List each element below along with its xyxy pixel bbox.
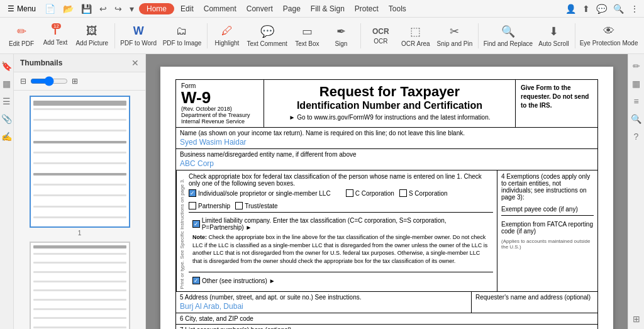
undo-btn[interactable]: ↩ [97,3,109,15]
bookmark-icon[interactable]: 🔖 [0,59,14,73]
list-right-icon[interactable]: ≡ [631,94,640,108]
menu-page[interactable]: Page [279,3,304,14]
menu-comment[interactable]: Comment [200,3,240,14]
edit-right-icon[interactable]: ✏ [631,59,642,73]
file-icon[interactable]: 📄 [42,3,58,15]
w9-note-title: Note: [192,234,207,240]
w9-give-form: Give Form to the requester. Do not send … [516,80,597,127]
sign-tool[interactable]: ✒ Sign [325,22,357,50]
w9-checkbox-other[interactable]: ✓ [192,277,200,284]
find-replace-icon: 🔍 [501,25,515,38]
menu-protect[interactable]: Protect [351,3,382,14]
w9-title-block: Request for Taxpayer Identification Numb… [264,80,516,127]
pages-right-icon[interactable]: ▦ [630,77,642,91]
text-box-tool[interactable]: ▭ Text Box [291,22,323,50]
attachment-icon[interactable]: 📎 [0,112,14,126]
ocr-area-tool[interactable]: ⬚ OCR Area [398,22,433,50]
zoom-right-icon[interactable]: 🔍 [629,112,643,126]
thumb-size-slider[interactable] [30,76,68,86]
w9-field5-row: 5 Address (number, street, and apt. or s… [176,292,597,313]
highlight-label: Highlight [214,40,239,47]
auto-scroll-tool[interactable]: ⬇ Auto Scroll [536,22,572,50]
w9-other-row: ✓ Other (see instructions) ► [189,272,493,289]
w9-field6-row: 6 City, state, and ZIP code [176,313,597,325]
ocr-label: OCR [374,38,387,45]
sign-icon: ✒ [336,25,346,38]
menu-convert[interactable]: Convert [243,3,277,14]
snip-pin-tool[interactable]: ✂ Snip and Pin [434,22,475,50]
grid-right-icon[interactable]: ⊞ [631,312,642,326]
account-icon[interactable]: 👤 [564,3,577,15]
pdf-to-word-tool[interactable]: W PDF to Word [118,22,159,49]
save-icon[interactable]: 💾 [79,3,94,15]
w9-field5-left: 5 Address (number, street, and apt. or s… [176,292,472,313]
w9-checkbox-scorp[interactable] [399,189,407,197]
snip-pin-icon: ✂ [450,25,459,38]
thumbnails-controls: ⊟ ⊞ [14,72,145,91]
menu-fillsign[interactable]: Fill & Sign [307,3,348,14]
share-icon[interactable]: ⬆ [581,3,591,15]
w9-checkbox-trust[interactable] [235,202,243,209]
w9-irs: Internal Revenue Service [181,118,258,125]
add-picture-tool[interactable]: 🖼 Add Picture [73,22,111,49]
open-icon[interactable]: 📂 [60,3,76,15]
dropdown-icon[interactable]: ▾ [127,3,136,15]
add-text-tool[interactable]: T 12 Add Text [39,23,72,48]
text-comment-label: Text Comment [247,40,287,47]
layers-icon[interactable]: ☰ [1,94,13,108]
menu-button[interactable]: ☰ Menu [4,3,40,14]
menu-bar: ☰ Menu 📄 📂 💾 ↩ ↪ ▾ Home Edit Comment Con… [0,0,644,18]
w9-checkbox-individual[interactable]: ✓ [189,189,196,197]
thumbnails-close-btn[interactable]: ✕ [131,58,139,68]
thumbnails-title: Thumbnails [20,59,62,67]
w9-trust-label: Trust/estate [245,203,277,209]
find-replace-tool[interactable]: 🔍 Find and Replace [482,22,534,50]
toolbar-separator-3 [360,23,361,48]
ocr-tool[interactable]: OCR OCR [364,25,397,47]
pdf-to-word-icon: W [133,25,144,37]
w9-field2-label: Business name/disregarded entity name, i… [180,151,594,158]
text-comment-tool[interactable]: 💬 Text Comment [245,22,289,50]
thumbnails-header: Thumbnails ✕ [14,54,145,72]
w9-checkbox-partnership[interactable] [189,202,196,209]
main-area: 🔖 ▦ ☰ 📎 ✍ Thumbnails ✕ ⊟ ⊞ [0,54,644,329]
add-text-badge: 12 [52,23,61,29]
thumb-image-1 [30,96,130,228]
find-replace-label: Find and Replace [484,40,533,47]
w9-individual-label: Individual/sole proprietor or single-mem… [198,190,331,197]
w9-llc-row: ✓ Limited liability company. Enter the t… [189,212,493,269]
more-icon[interactable]: ⋮ [629,3,640,15]
w9-checkbox-partnership-item: Partnership [189,202,230,209]
thumb-smaller-btn[interactable]: ⊟ [20,77,26,86]
pdf-viewer[interactable]: Form W-9 (Rev. October 2018) Department … [146,54,628,329]
w9-llc-note-text: Check the appropriate box in the line ab… [192,234,487,264]
w9-checkbox-ccorp-item: C Corporation [346,189,394,197]
thumbnail-page-1[interactable]: 1 [30,96,130,237]
pdf-page: Form W-9 (Rev. October 2018) Department … [160,67,613,329]
w9-checkbox-llc[interactable]: ✓ [192,220,200,228]
comment-icon[interactable]: 💬 [595,3,608,15]
search-icon[interactable]: 🔍 [612,3,625,15]
menu-tools[interactable]: Tools [385,3,410,14]
pdf-to-image-tool[interactable]: 🗂 PDF to Image [160,22,204,49]
add-picture-label: Add Picture [75,40,108,47]
w9-field3-content: Check appropriate box for federal tax cl… [185,170,497,291]
text-comment-icon: 💬 [260,25,274,38]
page-icon[interactable]: ▦ [1,77,13,91]
thumb-larger-btn[interactable]: ⊞ [72,77,78,86]
add-text-label: Add Text [43,39,68,46]
menu-edit[interactable]: Edit [177,3,197,14]
w9-exempt-note: (Applies to accounts maintained outside … [501,238,594,250]
header-right-icons: 👤 ⬆ 💬 🔍 ⋮ [564,3,640,15]
signature-icon[interactable]: ✍ [0,130,14,143]
home-tab[interactable]: Home [139,3,174,14]
redo-btn[interactable]: ↪ [112,3,125,15]
thumbnail-page-2[interactable]: 2 [30,242,130,329]
help-right-icon[interactable]: ? [632,130,641,143]
w9-field3-row: Print or type. See Specific Instructions… [176,170,597,292]
eye-protection-tool[interactable]: 👁 Eye Protection Mode [579,22,639,49]
w9-checkbox-ccorp[interactable] [346,189,353,197]
thumb-page-num-1: 1 [78,230,82,237]
highlight-tool[interactable]: 🖊 Highlight [211,22,243,49]
edit-pdf-tool[interactable]: ✏ Edit PDF [5,22,38,50]
